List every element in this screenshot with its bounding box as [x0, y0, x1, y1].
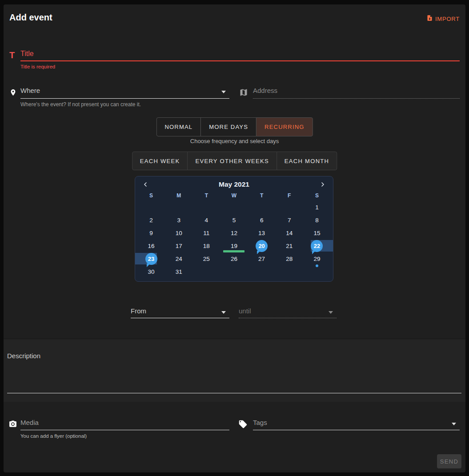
- tab-more-days[interactable]: MORE DAYS: [200, 117, 257, 136]
- description-textarea[interactable]: Description: [4, 339, 465, 402]
- calendar-day-4[interactable]: 4: [192, 214, 220, 227]
- title-error-message: Title is required: [20, 64, 55, 69]
- calendar-day-6[interactable]: 6: [248, 214, 276, 227]
- calendar-day-25[interactable]: 25: [192, 252, 220, 265]
- calendar-grid: 1234567891011121314151617181920212223242…: [137, 201, 331, 278]
- calendar-day-22[interactable]: 22: [303, 240, 331, 252]
- tab-normal[interactable]: NORMAL: [156, 117, 201, 136]
- tags-select[interactable]: Tags: [253, 419, 460, 430]
- calendar-day-28[interactable]: 28: [276, 252, 303, 265]
- day-number: 27: [258, 256, 265, 262]
- weekday-label: T: [248, 191, 276, 200]
- calendar-day-18[interactable]: 18: [192, 240, 220, 252]
- calendar-day-17[interactable]: 17: [165, 240, 192, 252]
- calendar-day-20[interactable]: 20: [248, 240, 276, 252]
- day-number: 20: [256, 240, 268, 252]
- import-label: IMPORT: [435, 16, 460, 22]
- address-input[interactable]: Address: [253, 87, 460, 99]
- calendar-day-9[interactable]: 9: [137, 227, 165, 240]
- day-number: 2: [149, 217, 153, 224]
- where-placeholder: Where: [20, 87, 40, 94]
- title-placeholder: Title: [20, 50, 34, 57]
- day-number: 4: [205, 217, 208, 224]
- address-placeholder: Address: [253, 87, 277, 94]
- import-button[interactable]: IMPORT: [426, 14, 460, 24]
- day-number: 24: [176, 256, 182, 262]
- title-input[interactable]: Title: [20, 50, 460, 61]
- freq-every-other-weeks-button[interactable]: EVERY OTHER WEEKS: [187, 152, 277, 170]
- calendar-day-21[interactable]: 21: [276, 240, 303, 252]
- day-number: 11: [203, 230, 209, 236]
- calendar-day-23[interactable]: 23: [137, 252, 165, 265]
- calendar-day-empty: [192, 265, 220, 278]
- day-number: 16: [148, 243, 155, 249]
- calendar-day-1[interactable]: 1: [303, 201, 331, 214]
- calendar-day-15[interactable]: 15: [303, 227, 331, 240]
- calendar-day-16[interactable]: 16: [137, 240, 165, 252]
- calendar-day-11[interactable]: 11: [192, 227, 220, 240]
- chevron-down-icon: [452, 423, 456, 425]
- from-time-select[interactable]: From: [131, 307, 229, 318]
- calendar-day-29[interactable]: 29: [303, 252, 331, 265]
- calendar-day-19[interactable]: 19: [220, 240, 248, 252]
- day-number: 23: [145, 253, 157, 265]
- add-event-page: Add event IMPORT T Title Title is requir…: [0, 0, 469, 476]
- day-number: 1: [315, 204, 319, 211]
- from-placeholder: From: [131, 307, 146, 315]
- where-select[interactable]: Where: [20, 87, 229, 99]
- frequency-button-group: EACH WEEK EVERY OTHER WEEKS EACH MONTH: [132, 152, 337, 170]
- title-icon: T: [9, 50, 15, 60]
- calendar-next-button[interactable]: [319, 180, 327, 188]
- calendar-day-12[interactable]: 12: [220, 227, 248, 240]
- calendar-day-24[interactable]: 24: [165, 252, 192, 265]
- calendar-day-30[interactable]: 30: [137, 265, 165, 278]
- send-button[interactable]: SEND: [437, 454, 461, 468]
- day-number: 25: [203, 256, 210, 262]
- day-number: 3: [177, 217, 180, 224]
- day-number: 7: [288, 217, 291, 224]
- freq-each-month-button[interactable]: EACH MONTH: [277, 152, 337, 170]
- day-number: 22: [311, 240, 323, 252]
- tab-recurring[interactable]: RECURRING: [256, 117, 313, 136]
- calendar-weekday-row: SMTWTFS: [137, 191, 331, 200]
- calendar-day-empty: [220, 201, 248, 214]
- page-title: Add event: [9, 12, 52, 23]
- calendar-day-2[interactable]: 2: [137, 214, 165, 227]
- tags-icon: [238, 420, 248, 431]
- until-placeholder: until: [239, 307, 251, 315]
- day-number: 15: [313, 230, 320, 236]
- day-number: 17: [176, 243, 182, 249]
- calendar-day-13[interactable]: 13: [248, 227, 276, 240]
- weekday-label: T: [192, 191, 220, 200]
- calendar-day-5[interactable]: 5: [220, 214, 248, 227]
- until-time-select[interactable]: until: [239, 307, 337, 318]
- day-number: 10: [176, 230, 182, 236]
- calendar-day-26[interactable]: 26: [220, 252, 248, 265]
- calendar-day-7[interactable]: 7: [276, 214, 303, 227]
- calendar-day-31[interactable]: 31: [165, 265, 192, 278]
- location-pin-icon: [9, 88, 17, 99]
- weekday-label: M: [165, 191, 192, 200]
- media-input[interactable]: Media: [20, 419, 229, 430]
- day-number: 30: [148, 268, 155, 275]
- calendar-day-3[interactable]: 3: [165, 214, 192, 227]
- freq-each-week-button[interactable]: EACH WEEK: [132, 152, 188, 170]
- calendar-prev-button[interactable]: [141, 180, 149, 188]
- calendar-day-empty: [248, 265, 276, 278]
- day-number: 19: [231, 243, 237, 249]
- calendar-day-8[interactable]: 8: [303, 214, 331, 227]
- chevron-down-icon: [221, 311, 226, 314]
- day-number: 8: [315, 217, 319, 224]
- day-number: 14: [286, 230, 293, 236]
- calendar-month-label: May 2021: [219, 180, 249, 188]
- calendar-day-14[interactable]: 14: [276, 227, 303, 240]
- map-icon: [239, 88, 248, 99]
- weekday-label: F: [276, 191, 303, 200]
- calendar-day-27[interactable]: 27: [248, 252, 276, 265]
- media-helper-text: You can add a flyer (optional): [20, 433, 87, 439]
- calendar-day-empty: [276, 201, 303, 214]
- calendar-day-10[interactable]: 10: [165, 227, 192, 240]
- calendar-day-empty: [276, 265, 303, 278]
- calendar-day-empty: [248, 201, 276, 214]
- weekday-label: W: [220, 191, 248, 200]
